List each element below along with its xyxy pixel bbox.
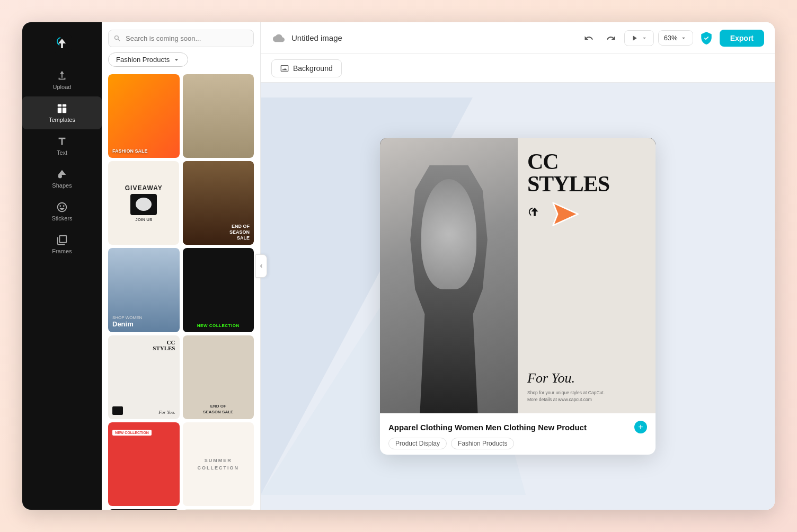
top-bar-actions: 63% Export (580, 29, 764, 47)
zoom-level: 63% (664, 34, 678, 42)
play-icon (630, 34, 639, 42)
template-thumb-3[interactable]: GIVEAWAY JOIN US (108, 161, 179, 245)
sidebar-item-frames[interactable]: Frames (22, 228, 102, 261)
svg-rect-2 (63, 104, 66, 107)
shapes-label: Shapes (52, 182, 72, 189)
undo-icon (584, 33, 594, 43)
shop-line1: Shop for your unique styles at CapCut. (527, 390, 605, 395)
panel-collapse-btn[interactable] (255, 254, 267, 278)
template-thumb-2[interactable] (183, 74, 254, 158)
redo-button[interactable] (602, 29, 620, 47)
panel-wrap: Fashion Products FASHION SALE (102, 22, 261, 510)
templates-panel: Fashion Products FASHION SALE (102, 22, 261, 510)
filter-badge[interactable]: Fashion Products (108, 52, 188, 67)
sidebar-item-templates[interactable]: Templates (22, 96, 102, 129)
template-thumb-9[interactable]: NEW COLLECTION (108, 422, 180, 506)
canvas-image: CC STYLES (380, 138, 656, 413)
template-thumb-4[interactable]: END OF SEASON SALE (183, 161, 254, 245)
text-icon (56, 136, 68, 147)
for-you-text: For You. (527, 370, 646, 386)
card-tags: Product Display Fashion Products (388, 438, 647, 449)
add-template-button[interactable]: + (634, 421, 647, 433)
svg-rect-4 (63, 108, 66, 113)
shield-icon-wrap (697, 29, 715, 47)
top-bar-left: Untitled image (271, 31, 573, 46)
play-chevron-icon (641, 34, 648, 42)
background-tab[interactable]: Background (271, 59, 342, 77)
app-logo (50, 32, 74, 55)
export-button[interactable]: Export (720, 30, 764, 47)
chevron-left-icon (258, 263, 264, 269)
zoom-chevron-icon (680, 34, 687, 42)
secondary-bar: Background (261, 54, 775, 83)
stickers-icon (56, 201, 68, 213)
search-icon (113, 34, 121, 42)
shield-icon (699, 31, 713, 45)
chevron-down-icon (173, 56, 180, 64)
search-wrap (108, 30, 254, 47)
top-bar: Untitled image (261, 22, 775, 54)
templates-icon (56, 103, 68, 114)
filter-label: Fashion Products (116, 56, 170, 64)
upload-icon (56, 70, 68, 82)
shop-line2: More details at www.capcut.com (527, 397, 592, 402)
svg-marker-9 (553, 203, 578, 226)
redo-icon (606, 33, 616, 43)
text-label: Text (57, 149, 67, 156)
canvas-card: CC STYLES (380, 138, 656, 455)
app-container: Upload Templates Text Shapes (22, 22, 775, 510)
search-input[interactable] (108, 30, 254, 47)
cloud-save-icon (271, 31, 286, 46)
panel-search-area (102, 22, 260, 52)
capcut-mini-logo (527, 207, 542, 221)
cc-styles-text: CC STYLES (527, 150, 646, 195)
stickers-label: Stickers (51, 215, 72, 221)
doc-title: Untitled image (291, 33, 342, 42)
sidebar-item-text[interactable]: Text (22, 129, 102, 162)
svg-marker-6 (58, 170, 66, 175)
template-title: Apparel Clothing Women Men Clothing New … (388, 423, 587, 432)
svg-rect-3 (58, 108, 61, 113)
template-thumb-8[interactable]: END OFSEASON SALE (183, 335, 254, 419)
play-button[interactable] (624, 30, 654, 46)
zoom-control[interactable]: 63% (658, 30, 693, 46)
background-icon (280, 64, 289, 73)
svg-point-5 (58, 174, 62, 178)
background-label: Background (293, 64, 333, 73)
card-title-row: Apparel Clothing Women Men Clothing New … (388, 421, 647, 433)
tag-product-display[interactable]: Product Display (388, 438, 447, 449)
template-thumb-5[interactable]: SHOP WOMEN Denim (108, 248, 180, 332)
orange-arrow (548, 200, 580, 228)
svg-rect-1 (58, 104, 61, 107)
canvas-area: CC STYLES (261, 83, 775, 510)
template-thumb-10[interactable]: SUMMERCOLLECTION (183, 422, 254, 506)
upload-label: Upload (53, 84, 72, 90)
sidebar-item-upload[interactable]: Upload (22, 64, 102, 96)
undo-button[interactable] (580, 29, 598, 47)
tag-fashion-products[interactable]: Fashion Products (451, 438, 514, 449)
frames-icon (56, 234, 68, 246)
templates-grid: FASHION SALE GIVEAWAY JOIN US (102, 72, 260, 510)
shapes-icon (56, 169, 68, 180)
frames-label: Frames (52, 248, 72, 254)
sidebar-item-shapes[interactable]: Shapes (22, 162, 102, 195)
sidebar-item-stickers[interactable]: Stickers (22, 195, 102, 228)
main-content: Untitled image (261, 22, 775, 510)
template-thumb-11[interactable]: FASHION SALE up to 45% OFF SHOP NOW FASH… (108, 509, 180, 510)
template-thumb-12[interactable] (183, 509, 254, 510)
template-thumb-1[interactable]: FASHION SALE (108, 74, 180, 158)
sidebar: Upload Templates Text Shapes (22, 22, 102, 510)
template-thumb-6[interactable]: NEW COLLECTION (183, 248, 254, 332)
templates-label: Templates (49, 117, 75, 123)
card-footer: Apparel Clothing Women Men Clothing New … (380, 413, 656, 455)
template-thumb-7[interactable]: CCSTYLES For You. (108, 335, 180, 419)
panel-filter: Fashion Products (102, 52, 260, 72)
